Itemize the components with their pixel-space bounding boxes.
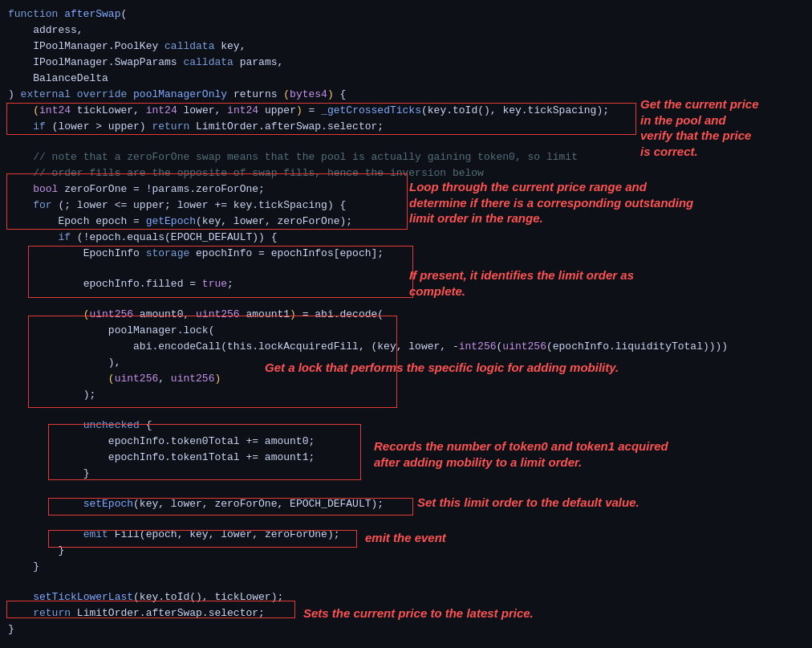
code-line: IPoolManager.SwapParams calldata params,	[0, 55, 812, 71]
code-line	[0, 575, 812, 589]
code-line: poolManager.lock(	[0, 323, 812, 339]
code-line: address,	[0, 22, 812, 39]
code-line: BalanceDelta	[0, 71, 812, 87]
code-line: if (!epoch.equals(EPOCH_DEFAULT)) {	[0, 230, 812, 246]
annotation-2: Loop through the current price range and…	[409, 179, 802, 226]
main-container: function afterSwap( address, IPoolManage…	[0, 0, 812, 648]
annotation-5: Records the number of token0 and token1 …	[374, 438, 799, 470]
code-line: );	[0, 387, 812, 403]
annotation-3: If present, it identifies the limit orde…	[409, 267, 770, 299]
annotation-7: emit the event	[365, 530, 566, 546]
code-line: }	[0, 622, 812, 638]
code-line: function afterSwap(	[0, 6, 812, 22]
code-line: (uint256 amount0, uint256 amount1) = abi…	[0, 307, 812, 323]
code-line: IPoolManager.PoolKey calldata key,	[0, 39, 812, 55]
code-line: setTickLowerLast(key.toId(), tickLower);	[0, 589, 812, 605]
annotation-6: Set this limit order to the default valu…	[417, 495, 778, 511]
code-line: }	[0, 559, 812, 575]
annotation-1: Get the current pricein the pool andveri…	[640, 96, 809, 159]
annotation-8: Sets the current price to the latest pri…	[303, 605, 648, 622]
code-line: abi.encodeCall(this.lockAcquiredFill, (k…	[0, 339, 812, 355]
code-line: EpochInfo storage epochInfo = epochInfos…	[0, 246, 812, 262]
code-area: function afterSwap( address, IPoolManage…	[0, 6, 812, 638]
code-line: unchecked {	[0, 418, 812, 434]
code-line	[0, 512, 812, 527]
annotation-4: Get a lock that performs the specific lo…	[265, 360, 798, 376]
code-line	[0, 403, 812, 418]
